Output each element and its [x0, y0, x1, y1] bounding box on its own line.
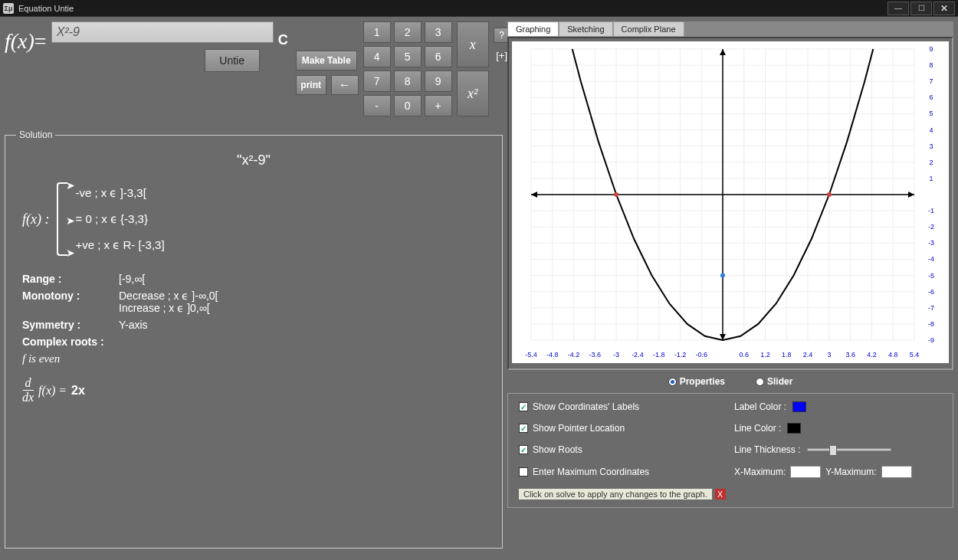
svg-point-80: [614, 192, 618, 197]
svg-text:-9: -9: [928, 336, 934, 344]
solution-legend: Solution: [16, 129, 55, 140]
svg-text:3.6: 3.6: [845, 351, 855, 359]
line-color-swatch[interactable]: [787, 423, 801, 434]
note-close-icon[interactable]: X: [715, 489, 726, 499]
untie-button[interactable]: Untie: [205, 49, 260, 72]
svg-text:-1.8: -1.8: [653, 351, 665, 359]
window-title: Equation Untie: [18, 4, 887, 13]
svg-text:8: 8: [929, 61, 933, 69]
minimize-button[interactable]: —: [887, 2, 909, 15]
key-2[interactable]: 2: [394, 21, 422, 43]
case-negative: -ve ; x ϵ ]-3,3[: [75, 186, 164, 200]
svg-text:9: 9: [929, 45, 933, 53]
backspace-button[interactable]: ←: [331, 75, 359, 95]
svg-text:6: 6: [929, 93, 933, 101]
key-4[interactable]: 4: [363, 46, 391, 67]
svg-text:1.2: 1.2: [760, 351, 770, 359]
tab-graphing[interactable]: Graphing: [507, 21, 559, 37]
svg-marker-40: [908, 192, 914, 198]
key-3[interactable]: 3: [425, 21, 452, 43]
tab-sketching[interactable]: Sketching: [559, 21, 612, 37]
symmetry-label: Symmetry :: [22, 319, 107, 331]
range-label: Range :: [22, 273, 107, 285]
case-zero: = 0 ; x ϵ {-3,3}: [75, 212, 164, 226]
xmax-input[interactable]: [790, 466, 821, 478]
complex-roots-label: Complex roots :: [22, 336, 107, 348]
svg-text:-8: -8: [928, 320, 934, 328]
svg-marker-41: [531, 192, 537, 198]
solution-title: "x²-9": [22, 152, 485, 169]
properties-panel: Show Coordinates' Labels Label Color : S…: [507, 393, 953, 508]
line-color-label: Line Color :: [734, 423, 781, 434]
fx-label: f(x)=: [5, 29, 47, 54]
key-6[interactable]: 6: [425, 46, 452, 67]
apply-note: Click on solve to apply any changes to t…: [519, 489, 712, 499]
svg-text:-2.4: -2.4: [632, 351, 644, 359]
radio-properties[interactable]: Properties: [668, 376, 725, 387]
check-show-pointer[interactable]: Show Pointer Location: [519, 423, 727, 434]
svg-text:3: 3: [827, 351, 831, 359]
key-x[interactable]: x: [457, 21, 489, 67]
key-8[interactable]: 8: [394, 70, 422, 92]
tab-bar: Graphing Sketching Complix Plane: [507, 21, 953, 37]
ymax-label: Y-Maximum:: [825, 467, 876, 477]
svg-text:-4: -4: [928, 255, 934, 263]
svg-text:1: 1: [929, 175, 933, 182]
svg-text:3: 3: [929, 142, 933, 150]
svg-text:-3: -3: [928, 239, 934, 247]
cases-lhs: f(x) :: [22, 211, 49, 228]
svg-text:2: 2: [929, 159, 933, 166]
svg-text:4.2: 4.2: [867, 351, 877, 359]
label-color-swatch[interactable]: [792, 401, 806, 412]
svg-text:-3: -3: [613, 351, 619, 359]
key-plus[interactable]: +: [425, 95, 452, 116]
key-1[interactable]: 1: [363, 21, 391, 43]
even-statement: f is even: [22, 352, 60, 365]
line-thickness-label: Line Thickness :: [734, 444, 801, 455]
maximize-button[interactable]: ☐: [910, 2, 932, 15]
derivative: ddx f(x) = 2x: [22, 376, 485, 404]
svg-text:5.4: 5.4: [910, 351, 920, 359]
key-0[interactable]: 0: [394, 95, 422, 116]
svg-text:1.8: 1.8: [782, 351, 792, 359]
svg-text:7: 7: [929, 77, 933, 85]
svg-text:-7: -7: [928, 304, 934, 312]
close-button[interactable]: ✕: [933, 2, 955, 15]
svg-text:-4.8: -4.8: [546, 351, 559, 359]
key-minus[interactable]: -: [363, 95, 391, 116]
print-button[interactable]: print: [296, 75, 326, 95]
check-show-roots[interactable]: Show Roots: [519, 444, 727, 455]
svg-point-81: [827, 192, 832, 197]
graph-canvas[interactable]: -5.4-4.8-4.2-3.6-3-2.4-1.8-1.2-0.60.61.2…: [512, 41, 949, 363]
line-thickness-slider[interactable]: [807, 448, 891, 451]
symmetry-value: Y-axis: [119, 319, 148, 331]
monotony-label: Monotony :: [22, 290, 107, 314]
key-9[interactable]: 9: [425, 70, 452, 92]
constant-label: C: [278, 32, 288, 48]
radio-slider[interactable]: Slider: [756, 376, 792, 387]
check-enter-max[interactable]: Enter Maximum Coordinates: [519, 467, 727, 477]
svg-marker-42: [720, 49, 726, 55]
titlebar: Σμ Equation Untie — ☐ ✕: [0, 0, 958, 17]
key-7[interactable]: 7: [363, 70, 391, 92]
svg-text:-6: -6: [928, 288, 934, 296]
range-value: [-9,∞[: [119, 273, 145, 285]
equation-input[interactable]: [51, 21, 274, 43]
key-5[interactable]: 5: [394, 46, 422, 67]
monotony-increase: Increase ; x ϵ ]0,∞[: [119, 302, 218, 314]
svg-text:-0.6: -0.6: [695, 351, 707, 359]
svg-text:-5.4: -5.4: [525, 351, 537, 359]
make-table-button[interactable]: Make Table: [296, 51, 357, 70]
svg-text:-3.6: -3.6: [589, 351, 602, 359]
svg-text:-1: -1: [928, 207, 934, 215]
bracket-icon: ➤➤➤: [57, 182, 67, 256]
ymax-input[interactable]: [881, 466, 912, 478]
tab-complex-plane[interactable]: Complix Plane: [613, 21, 684, 37]
svg-text:-4.2: -4.2: [568, 351, 580, 359]
svg-text:-2: -2: [928, 223, 934, 231]
check-show-coords[interactable]: Show Coordinates' Labels: [519, 401, 727, 412]
solution-panel: Solution "x²-9" f(x) : ➤➤➤ -ve ; x ϵ ]-3…: [5, 135, 503, 549]
case-positive: +ve ; x ϵ R- [-3,3]: [75, 238, 164, 252]
key-x-squared[interactable]: x²: [457, 70, 489, 116]
svg-text:4: 4: [929, 126, 933, 134]
